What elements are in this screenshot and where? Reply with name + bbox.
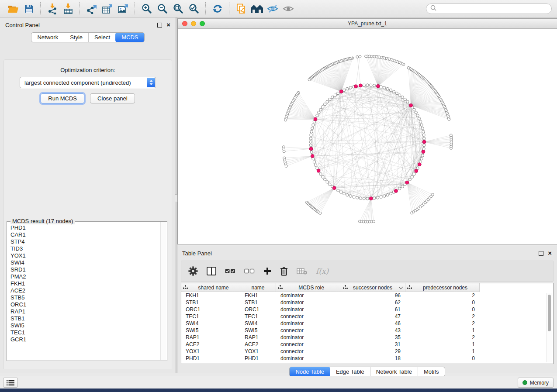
- graph-hub-node[interactable]: [317, 169, 320, 172]
- graph-hub-node[interactable]: [405, 181, 409, 184]
- graph-node[interactable]: [319, 212, 322, 214]
- graph-node[interactable]: [316, 114, 318, 117]
- graph-node[interactable]: [349, 195, 352, 197]
- mcds-result-item[interactable]: RAP1: [10, 308, 161, 315]
- criterion-dropdown[interactable]: largest connected component (undirected): [20, 77, 156, 88]
- graph-node[interactable]: [310, 151, 313, 153]
- graph-node[interactable]: [309, 144, 312, 147]
- graph-node[interactable]: [380, 196, 382, 198]
- zoom-fit-icon[interactable]: [170, 2, 186, 16]
- graph-node[interactable]: [372, 220, 375, 223]
- graph-node[interactable]: [413, 108, 415, 111]
- graph-node[interactable]: [411, 175, 413, 178]
- memory-button[interactable]: Memory: [518, 378, 554, 388]
- graph-node[interactable]: [349, 86, 352, 89]
- graph-node[interactable]: [319, 108, 322, 111]
- open-folder-icon[interactable]: [5, 2, 21, 16]
- graph-node[interactable]: [329, 183, 331, 186]
- deselect-all-columns-icon[interactable]: [244, 265, 255, 278]
- import-network-icon[interactable]: [45, 2, 60, 16]
- search-field[interactable]: [426, 3, 552, 14]
- graph-hub-node[interactable]: [311, 155, 314, 158]
- graph-node[interactable]: [366, 84, 369, 86]
- zoom-out-icon[interactable]: [155, 2, 170, 16]
- graph-node[interactable]: [363, 197, 365, 200]
- graph-node[interactable]: [418, 117, 420, 120]
- maximize-window-icon[interactable]: [200, 21, 205, 26]
- tab-select[interactable]: Select: [88, 33, 116, 42]
- mcds-result-item[interactable]: SWI4: [10, 259, 161, 266]
- graph-node[interactable]: [422, 148, 425, 150]
- column-header-name[interactable]: name: [240, 283, 276, 292]
- graph-node[interactable]: [310, 130, 313, 133]
- graph-node[interactable]: [386, 193, 389, 196]
- tab-node-table[interactable]: Node Table: [289, 367, 330, 377]
- graph-node[interactable]: [337, 92, 339, 95]
- graph-node[interactable]: [419, 120, 422, 123]
- clone-network-icon[interactable]: [233, 2, 249, 16]
- save-icon[interactable]: [21, 2, 37, 16]
- table-row[interactable]: PHD1PHD1dominator180: [181, 355, 553, 362]
- task-history-button[interactable]: [3, 378, 18, 388]
- graph-node[interactable]: [363, 84, 365, 86]
- graph-node[interactable]: [408, 178, 411, 181]
- graph-node[interactable]: [383, 195, 386, 197]
- graph-node[interactable]: [285, 165, 287, 167]
- table-row[interactable]: SWI5SWI5connector431: [181, 327, 553, 334]
- mcds-result-item[interactable]: FKH1: [10, 280, 161, 287]
- column-header-successor-nodes[interactable]: successor nodes: [341, 283, 405, 292]
- graph-node[interactable]: [359, 197, 362, 199]
- graph-node[interactable]: [386, 87, 389, 90]
- delete-column-icon[interactable]: [280, 265, 288, 278]
- show-columns-icon[interactable]: [207, 265, 216, 278]
- graph-node[interactable]: [421, 127, 424, 130]
- graph-node[interactable]: [406, 100, 409, 103]
- graph-node[interactable]: [383, 86, 386, 89]
- table-row[interactable]: TEC1TEC1connector472: [181, 313, 553, 320]
- graph-node[interactable]: [310, 134, 312, 136]
- graph-node[interactable]: [343, 192, 345, 195]
- graph-node[interactable]: [308, 78, 311, 81]
- minimize-window-icon[interactable]: [191, 21, 196, 26]
- select-all-columns-icon[interactable]: [225, 265, 235, 278]
- graph-node[interactable]: [401, 185, 404, 188]
- float-panel-icon[interactable]: [157, 23, 162, 28]
- graph-node[interactable]: [392, 90, 395, 93]
- graph-node[interactable]: [309, 141, 312, 143]
- graph-node[interactable]: [359, 55, 361, 58]
- graph-hub-node[interactable]: [369, 197, 373, 200]
- graph-node[interactable]: [421, 154, 424, 157]
- mcds-result-item[interactable]: ACE2: [10, 287, 161, 294]
- hide-selected-icon[interactable]: [265, 2, 280, 16]
- graph-node[interactable]: [309, 137, 312, 140]
- graph-node[interactable]: [380, 86, 382, 88]
- mcds-result-item[interactable]: YOX1: [10, 252, 161, 259]
- tab-mcds[interactable]: MCDS: [115, 32, 144, 42]
- tab-network[interactable]: Network: [31, 33, 64, 42]
- graph-node[interactable]: [389, 89, 392, 91]
- graph-node[interactable]: [326, 181, 329, 183]
- result-scrollbar[interactable]: [160, 222, 166, 360]
- network-titlebar[interactable]: YPA_prune.txt_1: [178, 19, 557, 29]
- graph-hub-node[interactable]: [359, 84, 363, 87]
- graph-node[interactable]: [356, 55, 359, 58]
- mcds-result-item[interactable]: STB5: [10, 294, 161, 301]
- graph-node[interactable]: [314, 164, 317, 166]
- graph-node[interactable]: [398, 187, 401, 190]
- table-row[interactable]: FKH1FKH1dominator962: [181, 292, 553, 299]
- export-table-icon[interactable]: [100, 2, 115, 16]
- graph-node[interactable]: [420, 158, 423, 160]
- graph-node[interactable]: [398, 94, 401, 96]
- mcds-result-item[interactable]: STB1: [10, 315, 161, 322]
- mcds-result-item[interactable]: CAR1: [10, 231, 161, 238]
- graph-hub-node[interactable]: [422, 150, 425, 154]
- table-row[interactable]: SWI4SWI4dominator462: [181, 320, 553, 327]
- close-table-panel-icon[interactable]: ×: [548, 251, 552, 255]
- graph-node[interactable]: [404, 98, 406, 101]
- graph-hub-node[interactable]: [394, 189, 398, 193]
- first-neighbors-icon[interactable]: [249, 2, 265, 16]
- graph-hub-node[interactable]: [332, 186, 336, 190]
- graph-node[interactable]: [346, 193, 349, 196]
- mcds-result-item[interactable]: PMA2: [10, 273, 161, 280]
- graph-node[interactable]: [322, 175, 324, 178]
